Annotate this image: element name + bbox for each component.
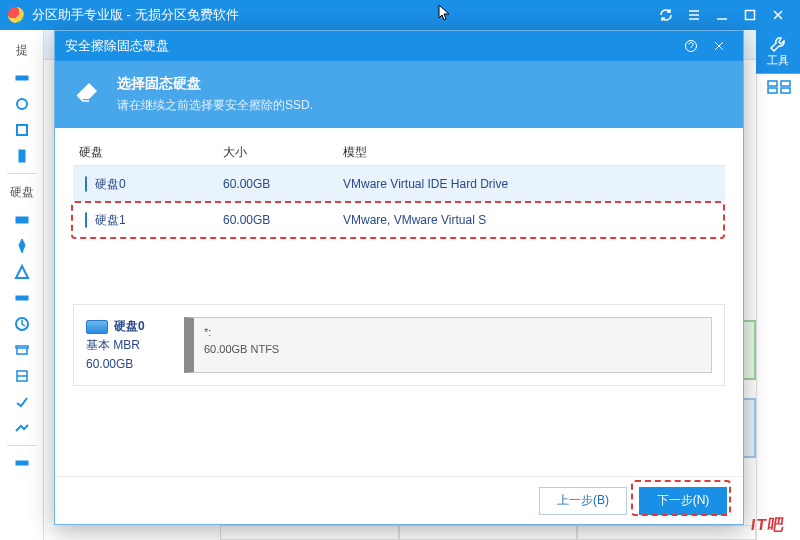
menu-icon[interactable] bbox=[680, 0, 708, 30]
svg-rect-4 bbox=[19, 150, 25, 162]
sidebar-section-label: 硬盘 bbox=[10, 178, 34, 207]
svg-rect-9 bbox=[16, 461, 28, 465]
svg-rect-5 bbox=[16, 217, 28, 223]
svg-rect-10 bbox=[768, 81, 777, 86]
app-title: 分区助手专业版 - 无损分区免费软件 bbox=[32, 6, 652, 24]
table-header: 硬盘 大小 模型 bbox=[73, 140, 725, 166]
main-titlebar: 分区助手专业版 - 无损分区免费软件 bbox=[0, 0, 800, 30]
close-icon[interactable] bbox=[764, 0, 792, 30]
app-logo-icon bbox=[8, 7, 24, 23]
disk-size: 60.00GB bbox=[223, 177, 343, 191]
svg-rect-12 bbox=[768, 88, 777, 93]
svg-rect-11 bbox=[781, 81, 790, 86]
sidebar-item[interactable] bbox=[0, 143, 44, 169]
disk-model: VMware, VMware Virtual S bbox=[343, 213, 725, 227]
sidebar-item[interactable] bbox=[0, 337, 44, 363]
dialog-subheading: 请在继续之前选择要安全擦除的SSD. bbox=[117, 97, 313, 114]
ssd-erase-dialog: 安全擦除固态硬盘 选择固态硬盘 请在继续之前选择要安全擦除的SSD. 硬盘 大小… bbox=[54, 30, 744, 525]
detail-disk-size: 60.00GB bbox=[86, 355, 170, 374]
grid-view-icon[interactable] bbox=[767, 80, 791, 94]
maximize-icon[interactable] bbox=[736, 0, 764, 30]
dialog-close-icon[interactable] bbox=[705, 31, 733, 61]
dialog-heading: 选择固态硬盘 bbox=[117, 75, 313, 93]
svg-rect-3 bbox=[17, 125, 27, 135]
left-sidebar: 提 硬盘 bbox=[0, 30, 44, 540]
sidebar-item[interactable] bbox=[0, 415, 44, 441]
dialog-titlebar: 安全擦除固态硬盘 bbox=[55, 31, 743, 61]
table-row[interactable]: 硬盘0 60.00GB VMware Virtual IDE Hard Driv… bbox=[73, 166, 725, 202]
disk-name: 硬盘0 bbox=[95, 177, 126, 191]
eraser-icon bbox=[73, 75, 103, 103]
sidebar-item[interactable] bbox=[0, 65, 44, 91]
sidebar-item[interactable] bbox=[0, 311, 44, 337]
svg-rect-0 bbox=[746, 11, 755, 20]
svg-rect-13 bbox=[781, 88, 790, 93]
sidebar-item[interactable] bbox=[0, 285, 44, 311]
svg-rect-1 bbox=[16, 76, 28, 80]
right-sidebar: 工具 bbox=[756, 30, 800, 540]
partition-label: *: bbox=[204, 324, 701, 341]
disk-name: 硬盘1 bbox=[95, 213, 126, 227]
disk-icon bbox=[85, 212, 87, 228]
disk-size: 60.00GB bbox=[223, 213, 343, 227]
sidebar-item[interactable] bbox=[0, 389, 44, 415]
sidebar-prompt-label: 提 bbox=[16, 36, 28, 65]
refresh-icon[interactable] bbox=[652, 0, 680, 30]
disk-detail-panel: 硬盘0 基本 MBR 60.00GB *: 60.00GB NTFS bbox=[73, 304, 725, 386]
partition-bar[interactable]: *: 60.00GB NTFS bbox=[184, 317, 712, 373]
right-panel bbox=[756, 74, 800, 540]
next-button[interactable]: 下一步(N) bbox=[639, 487, 727, 515]
partition-info: 60.00GB NTFS bbox=[204, 341, 701, 358]
dialog-header: 选择固态硬盘 请在继续之前选择要安全擦除的SSD. bbox=[55, 61, 743, 128]
dialog-title: 安全擦除固态硬盘 bbox=[65, 37, 677, 55]
sidebar-item[interactable] bbox=[0, 91, 44, 117]
col-size: 大小 bbox=[223, 144, 343, 161]
prev-button[interactable]: 上一步(B) bbox=[539, 487, 627, 515]
watermark: IT吧 bbox=[749, 515, 785, 536]
sidebar-item[interactable] bbox=[0, 233, 44, 259]
background-status-row bbox=[220, 525, 756, 540]
minimize-icon[interactable] bbox=[708, 0, 736, 30]
disk-icon bbox=[86, 320, 108, 334]
tools-button[interactable]: 工具 bbox=[756, 30, 800, 74]
sidebar-item[interactable] bbox=[0, 207, 44, 233]
dialog-footer: 上一步(B) 下一步(N) bbox=[55, 476, 743, 524]
tools-label: 工具 bbox=[767, 53, 789, 68]
sidebar-item[interactable] bbox=[0, 259, 44, 285]
disk-model: VMware Virtual IDE Hard Drive bbox=[343, 177, 725, 191]
detail-disk-type: 基本 MBR bbox=[86, 336, 170, 355]
svg-rect-6 bbox=[16, 296, 28, 300]
col-disk: 硬盘 bbox=[73, 144, 223, 161]
col-model: 模型 bbox=[343, 144, 725, 161]
help-icon[interactable] bbox=[677, 31, 705, 61]
dialog-body: 硬盘 大小 模型 硬盘0 60.00GB VMware Virtual IDE … bbox=[55, 128, 743, 476]
svg-point-2 bbox=[17, 99, 27, 109]
disk-icon bbox=[85, 176, 87, 192]
sidebar-item[interactable] bbox=[0, 363, 44, 389]
sidebar-item[interactable] bbox=[0, 117, 44, 143]
table-row[interactable]: 硬盘1 60.00GB VMware, VMware Virtual S bbox=[73, 202, 725, 238]
detail-disk-name: 硬盘0 bbox=[114, 319, 145, 333]
sidebar-item[interactable] bbox=[0, 450, 44, 476]
